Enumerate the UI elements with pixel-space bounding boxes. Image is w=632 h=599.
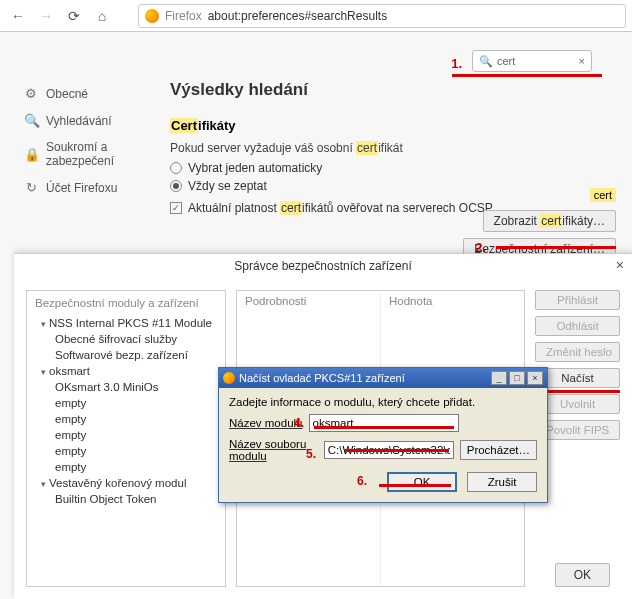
reload-button[interactable]: ⟳	[62, 4, 86, 28]
radio-label: Vybrat jeden automaticky	[188, 161, 322, 175]
tree-item[interactable]: empty	[27, 459, 225, 475]
device-tree[interactable]: Bezpečnostní moduly a zařízení NSS Inter…	[26, 290, 226, 587]
tree-item[interactable]: empty	[27, 395, 225, 411]
clear-search-icon[interactable]: ×	[579, 55, 585, 67]
checkbox-label: Aktuální platnost certifikátů ověřovat n…	[188, 201, 493, 215]
certificates-description: Pokud server vyžaduje váš osobní certifi…	[170, 141, 616, 155]
tree-item[interactable]: Softwarové bezp. zařízení	[27, 347, 225, 363]
annotation-4: 4.	[294, 416, 304, 430]
sidebar-item-label: Soukromí a zabezpečení	[46, 140, 154, 168]
module-name-label: Název modulu	[229, 417, 303, 429]
change-password-button[interactable]: Změnit heslo	[535, 342, 620, 362]
sidebar-item-search[interactable]: 🔍 Vyhledávání	[24, 107, 154, 134]
load-pkcs11-dialog: Načíst ovladač PKCS#11 zařízení _ □ × Za…	[218, 367, 548, 503]
tree-item[interactable]: Builtin Object Token	[27, 491, 225, 507]
search-icon: 🔍	[479, 55, 493, 68]
url-path: about:preferences#searchResults	[208, 9, 387, 23]
dialog-ok-button[interactable]: OK	[555, 563, 610, 587]
url-bar[interactable]: Firefox about:preferences#searchResults	[138, 4, 626, 28]
tree-item[interactable]: empty	[27, 411, 225, 427]
maximize-button[interactable]: □	[509, 371, 525, 385]
pkcs-dialog-title: Načíst ovladač PKCS#11 zařízení	[239, 372, 405, 384]
home-button[interactable]: ⌂	[90, 4, 114, 28]
annotation-5-underline	[345, 449, 449, 452]
annotation-4-underline	[314, 426, 454, 429]
sidebar-item-privacy[interactable]: 🔒 Soukromí a zabezpečení	[24, 134, 154, 174]
security-devices-dialog: Správce bezpečnostních zařízení × Bezpeč…	[14, 253, 632, 599]
lock-icon: 🔒	[24, 147, 38, 162]
annotation-2-underline	[496, 246, 616, 249]
back-button[interactable]: ←	[6, 4, 30, 28]
close-button[interactable]: ×	[527, 371, 543, 385]
sync-icon: ↻	[24, 180, 38, 195]
minimize-button[interactable]: _	[491, 371, 507, 385]
sidebar-item-account[interactable]: ↻ Účet Firefoxu	[24, 174, 154, 201]
sidebar-item-label: Obecné	[46, 87, 88, 101]
page-title: Výsledky hledání	[170, 80, 616, 100]
close-icon[interactable]: ×	[616, 257, 624, 273]
search-value: cert	[497, 55, 515, 67]
certificates-side-buttons: cert Zobrazit certifikáty… Bezpečnostní …	[463, 188, 616, 260]
firefox-icon	[223, 372, 235, 384]
annotation-1-underline	[452, 74, 602, 77]
tree-header: Bezpečnostní moduly a zařízení	[27, 295, 225, 315]
login-button[interactable]: Přihlásit	[535, 290, 620, 310]
preferences-sidebar: ⚙ Obecné 🔍 Vyhledávání 🔒 Soukromí a zabe…	[24, 80, 154, 201]
tree-item[interactable]: Obecné šifrovací služby	[27, 331, 225, 347]
browse-button[interactable]: Procházet…	[460, 440, 537, 460]
view-certificates-button[interactable]: Zobrazit certifikáty…	[483, 210, 616, 232]
tree-item[interactable]: NSS Internal PKCS #11 Module	[27, 315, 225, 331]
preferences-search-input[interactable]: 🔍 cert ×	[472, 50, 592, 72]
sidebar-item-label: Účet Firefoxu	[46, 181, 117, 195]
tree-item[interactable]: empty	[27, 427, 225, 443]
preferences-main: Výsledky hledání Certifikáty Pokud serve…	[170, 80, 616, 219]
radio-label: Vždy se zeptat	[188, 179, 267, 193]
annotation-1: 1.	[451, 56, 462, 71]
sidebar-item-label: Vyhledávání	[46, 114, 112, 128]
tree-item[interactable]: empty	[27, 443, 225, 459]
dialog-title: Správce bezpečnostních zařízení	[234, 259, 411, 273]
module-file-label: Název souboru modulu	[229, 438, 318, 462]
certificates-heading: Certifikáty	[170, 118, 616, 133]
gear-icon: ⚙	[24, 86, 38, 101]
module-name-input[interactable]	[309, 414, 459, 432]
checkbox-icon: ✓	[170, 202, 182, 214]
tree-item[interactable]: OKsmart 3.0 MiniOs	[27, 379, 225, 395]
logout-button[interactable]: Odhlásit	[535, 316, 620, 336]
radio-icon	[170, 180, 182, 192]
annotation-6: 6.	[357, 474, 367, 488]
sidebar-item-general[interactable]: ⚙ Obecné	[24, 80, 154, 107]
annotation-6-underline	[379, 484, 451, 487]
radio-icon	[170, 162, 182, 174]
tree-item[interactable]: oksmart	[27, 363, 225, 379]
annotation-3-underline	[536, 390, 620, 393]
dialog-ok-footer: OK	[555, 563, 610, 587]
annotation-5: 5.	[306, 447, 316, 461]
forward-button[interactable]: →	[34, 4, 58, 28]
firefox-icon	[145, 9, 159, 23]
cert-select-auto-radio[interactable]: Vybrat jeden automaticky	[170, 161, 616, 175]
search-icon: 🔍	[24, 113, 38, 128]
cert-highlight-tag: cert	[590, 188, 616, 202]
tree-item[interactable]: Vestavěný kořenový modul	[27, 475, 225, 491]
ok-button[interactable]: OK	[387, 472, 457, 492]
pkcs-intro: Zadejte informace o modulu, který chcete…	[229, 396, 537, 408]
cancel-button[interactable]: Zrušit	[467, 472, 537, 492]
url-scheme-label: Firefox	[165, 9, 202, 23]
browser-toolbar: ← → ⟳ ⌂ Firefox about:preferences#search…	[0, 0, 632, 32]
